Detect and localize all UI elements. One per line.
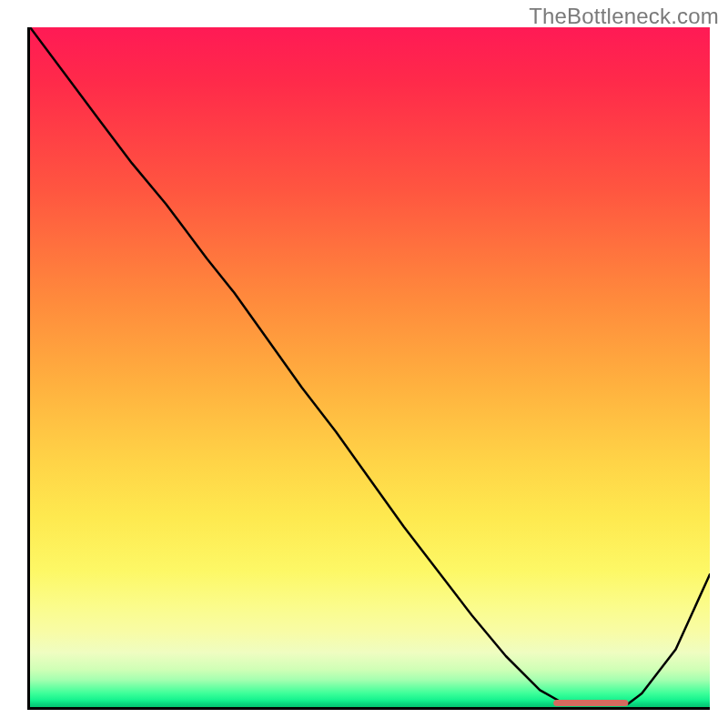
- plot-area: [27, 27, 710, 710]
- watermark-text: TheBottleneck.com: [529, 4, 719, 29]
- chart-container: TheBottleneck.com: [0, 0, 728, 728]
- curve-layer: [30, 27, 710, 707]
- bottleneck-curve: [30, 27, 710, 705]
